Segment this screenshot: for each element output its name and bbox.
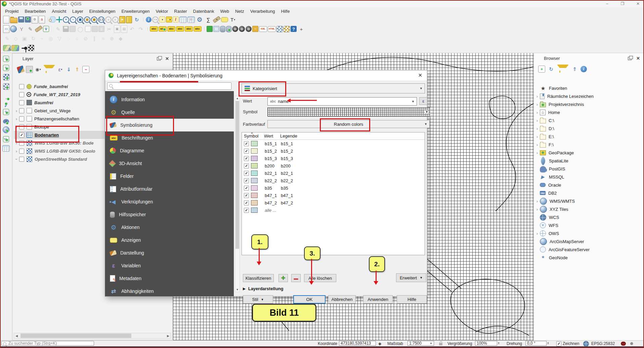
notifications-icon[interactable]: ☻ <box>629 341 634 346</box>
copy-features-icon[interactable]: ▣ <box>114 25 120 33</box>
expander-icon[interactable]: › <box>14 124 19 129</box>
extents-icon[interactable]: ◈ <box>378 341 381 346</box>
add-category-button[interactable]: ✚ <box>278 274 288 282</box>
processing-toolbox-icon[interactable]: ⚙ <box>196 15 204 24</box>
add-group-icon[interactable] <box>26 66 33 73</box>
expander-icon[interactable]: › <box>534 118 540 123</box>
offline-editing-icon[interactable] <box>226 26 231 32</box>
rotate-feature-icon[interactable]: ↻ <box>29 34 37 42</box>
rotation-input[interactable]: 0,0 ° <box>525 341 547 346</box>
collapse-all-icon[interactable]: ⇑ <box>74 66 80 73</box>
modify-attributes-icon[interactable] <box>92 26 98 32</box>
grid-tools-icon[interactable] <box>276 26 283 32</box>
browser-item[interactable]: VWFS <box>534 221 643 229</box>
add-wfs-layer-icon[interactable]: V▾ <box>3 136 9 142</box>
layer-labeling-icon[interactable]: abc <box>150 26 158 32</box>
category-swatch[interactable] <box>251 141 258 146</box>
browser-item[interactable]: ›XYZ Tiles <box>534 205 643 213</box>
expression-builder-button[interactable]: ε <box>419 97 427 105</box>
ok-button[interactable]: OK <box>293 295 326 304</box>
value-field-select[interactable]: abc name ▼ <box>267 97 417 106</box>
zoom-region-2-icon[interactable]: ⊕ <box>239 26 245 32</box>
menu-netz[interactable]: Netz <box>232 8 247 14</box>
layer-diagram-icon[interactable]: abc <box>159 26 167 32</box>
layer-checkbox[interactable] <box>19 100 24 105</box>
menu-layer[interactable]: Layer <box>69 8 86 14</box>
category-checkbox[interactable] <box>244 171 249 176</box>
category-checkbox[interactable] <box>244 178 249 183</box>
delete-all-button[interactable]: Alle löschen <box>304 274 336 282</box>
add-virtual-layer-icon[interactable]: V <box>3 109 9 115</box>
spinner-arrows-icon[interactable]: ▲▼ <box>498 342 500 344</box>
model-designer-icon[interactable]: V <box>43 26 49 32</box>
filter-by-expression-icon[interactable]: ε▾ <box>57 66 63 73</box>
dialog-nav-aktionen[interactable]: Aktionen <box>105 221 234 234</box>
advanced-button[interactable]: Erweitert▼ <box>396 273 426 282</box>
html-tools-icon[interactable]: HTML <box>268 26 276 32</box>
category-row[interactable]: b47_1b47_1 <box>242 192 425 199</box>
category-swatch[interactable] <box>251 156 258 161</box>
dialog-nav-attributformular[interactable]: Attributformular <box>105 183 234 195</box>
apply-button[interactable]: Anwenden <box>363 295 393 304</box>
cancel-button[interactable]: Abbrechen <box>328 295 356 304</box>
scroll-right-icon[interactable]: ▶ <box>166 334 171 338</box>
menu-vektor[interactable]: Vektor <box>153 8 171 14</box>
layer-rendering-section[interactable]: ▶ Layerdarstellung <box>243 286 283 291</box>
close-panel-icon[interactable]: ✕ <box>636 56 640 61</box>
category-row[interactable]: b35b35 <box>242 184 425 192</box>
raster-grid-icon[interactable] <box>284 26 290 32</box>
category-checkbox[interactable] <box>244 149 249 154</box>
zoom-in-icon[interactable]: + <box>63 16 69 23</box>
layer-styling-panel-icon[interactable] <box>3 45 11 51</box>
dialog-nav-quelle[interactable]: Quelle <box>105 106 234 119</box>
statistics-icon[interactable]: ∑ <box>204 15 212 24</box>
menu-hilfe[interactable]: Hilfe <box>278 8 293 14</box>
add-ring-icon[interactable]: ◎ <box>47 34 55 42</box>
help-icon[interactable]: ? <box>291 26 297 32</box>
zoom-region-1-icon[interactable]: ⊕ <box>232 26 238 32</box>
remove-category-button[interactable]: ▬ <box>291 274 301 282</box>
expander-icon[interactable]: › <box>14 149 19 154</box>
open-attribute-table-icon[interactable] <box>179 16 187 23</box>
remove-layer-icon[interactable]: − <box>82 66 89 73</box>
expander-icon[interactable]: › <box>14 116 19 121</box>
filter-legend-icon[interactable] <box>43 65 55 75</box>
symbol-preview-button[interactable]: ▼ <box>267 107 430 117</box>
menu-einstellungen[interactable]: Einstellungen <box>86 8 119 14</box>
dialog-nav-variablen[interactable]: Variablen <box>105 259 234 272</box>
category-swatch[interactable] <box>251 163 258 168</box>
k-globe[interactable] <box>540 206 547 213</box>
save-project-icon[interactable] <box>18 16 24 23</box>
bi-oracle[interactable] <box>540 183 546 187</box>
offset-curve-icon[interactable]: ≈ <box>99 34 107 42</box>
expander-icon[interactable]: › <box>534 142 540 147</box>
dialog-nav-abhängigkeiten[interactable]: Abhängigkeiten <box>105 285 234 296</box>
bi-mssql[interactable]: ▶ <box>540 174 546 180</box>
zoom-region-3-icon[interactable]: ⊕ <box>246 26 252 32</box>
select-features-icon[interactable]: ▾ <box>159 16 165 23</box>
map-tips-icon[interactable] <box>221 17 228 22</box>
browser-item[interactable]: DB2DB2 <box>534 189 643 197</box>
select-by-value-icon[interactable]: ≡▾ <box>166 16 172 23</box>
zoom-last-icon[interactable]: ◂ <box>105 16 112 23</box>
advanced-digitizing-icon[interactable]: Y <box>17 25 26 33</box>
crosshair-icon[interactable]: + <box>297 25 305 33</box>
spinner-arrows-icon[interactable]: ▲▼ <box>547 342 549 344</box>
measure-comb-icon[interactable] <box>35 26 43 33</box>
classify-button[interactable]: Klassifizieren <box>243 274 274 282</box>
db-manager-icon[interactable] <box>220 26 225 32</box>
expand-all-icon[interactable]: ⇓ <box>66 66 72 73</box>
category-checkbox[interactable] <box>244 208 249 213</box>
category-row[interactable]: alle ... <box>242 206 425 214</box>
category-checkbox[interactable] <box>244 186 249 191</box>
add-wms-layer-icon[interactable]: ▾ <box>3 126 9 133</box>
open-layer-styling-icon[interactable] <box>17 66 25 74</box>
layer-panel-hscrollbar[interactable]: ◀ ▶ <box>14 333 171 339</box>
dialog-nav-darstellung[interactable]: Darstellung <box>105 246 234 259</box>
add-part-icon[interactable]: ▽ <box>55 34 63 42</box>
crs-globe-icon[interactable] <box>583 341 589 347</box>
open-project-icon[interactable] <box>10 18 17 23</box>
merge-features-icon[interactable]: ◆ <box>117 34 125 42</box>
bi-folder[interactable] <box>540 143 546 148</box>
dialog-nav-3d-ansicht[interactable]: 3D-Ansicht <box>105 157 234 170</box>
